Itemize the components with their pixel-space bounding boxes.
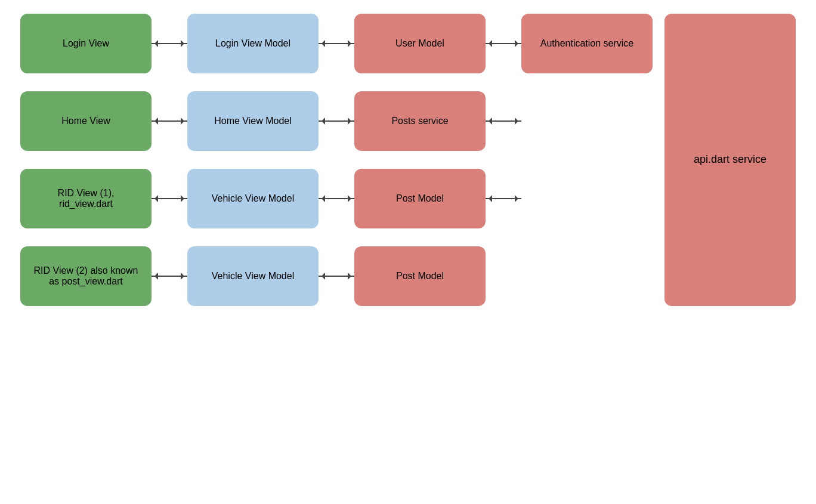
row4-service-placeholder — [521, 246, 653, 306]
posts-service-node: Posts service — [354, 91, 486, 151]
connector-2-2 — [319, 91, 354, 151]
home-viewmodel-node: Home View Model — [187, 91, 319, 151]
connector-4-1 — [152, 246, 187, 306]
post-model-2-node: Post Model — [354, 246, 486, 306]
home-view-node: Home View — [20, 91, 152, 151]
row2-service-placeholder — [521, 91, 653, 151]
api-service-node: api.dart service — [664, 14, 796, 306]
connector-2-1 — [152, 91, 187, 151]
connector-1-3 — [486, 14, 521, 73]
user-model-node: User Model — [354, 14, 486, 73]
connector-2-3 — [486, 91, 521, 151]
auth-service-node: Authentication service — [521, 14, 653, 73]
vehicle-viewmodel-1-node: Vehicle View Model — [187, 169, 319, 228]
connector-4-3 — [486, 246, 521, 306]
login-view-node: Login View — [20, 14, 152, 73]
connector-3-2 — [319, 169, 354, 228]
connector-3-1 — [152, 169, 187, 228]
connector-4-2 — [319, 246, 354, 306]
row3-service-placeholder — [521, 169, 653, 228]
rid-view-1-node: RID View (1), rid_view.dart — [20, 169, 152, 228]
rid-view-2-node: RID View (2) also known as post_view.dar… — [20, 246, 152, 306]
connector-1-1 — [152, 14, 187, 73]
connector-1-2 — [319, 14, 354, 73]
vehicle-viewmodel-2-node: Vehicle View Model — [187, 246, 319, 306]
connector-3-3 — [486, 169, 521, 228]
post-model-1-node: Post Model — [354, 169, 486, 228]
login-viewmodel-node: Login View Model — [187, 14, 319, 73]
architecture-diagram: Login View Login View Model User Model — [20, 14, 796, 491]
